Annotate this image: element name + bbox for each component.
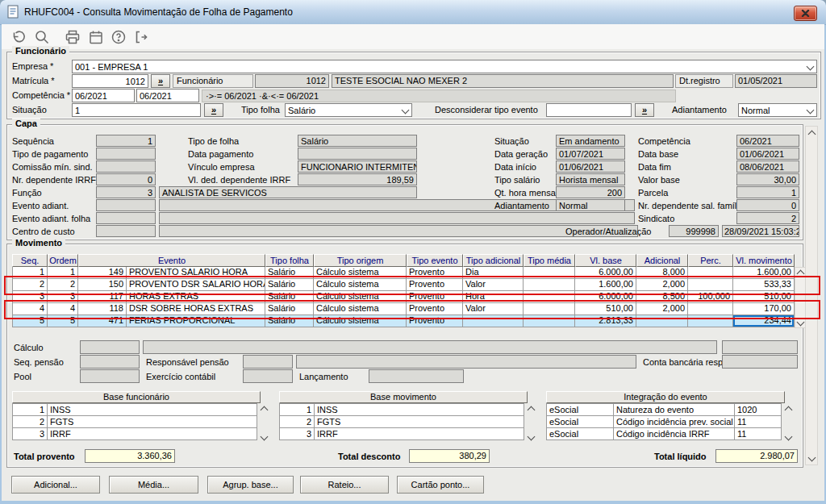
- scroll-down-icon[interactable]: [258, 431, 269, 442]
- list-item[interactable]: 2: [12, 415, 48, 428]
- cell-vl-base: 2.813,33: [575, 315, 636, 327]
- cell-perc: 100,000: [688, 291, 733, 303]
- responsavel-pensao-desc-field: [296, 355, 636, 369]
- cell-tipo-adicional: Hora: [463, 291, 524, 303]
- cell-tipo-origem: Cálculo sistema: [314, 303, 407, 315]
- scroll-down-icon[interactable]: [525, 431, 536, 442]
- qt-hora-field: 200: [556, 186, 625, 198]
- rateio-button[interactable]: Rateio...: [300, 476, 389, 494]
- data-pagamento-field: [298, 148, 417, 160]
- main-scrollbar[interactable]: [805, 126, 818, 465]
- search-button[interactable]: [32, 27, 52, 47]
- table-row[interactable]: 4 4 118 DSR SOBRE HORAS EXTRAS Salário C…: [12, 303, 795, 315]
- funcao-desc-field: ANALISTA DE SERVICOS: [159, 186, 417, 198]
- list-item[interactable]: 1: [279, 403, 315, 416]
- scroll-up-icon[interactable]: [525, 404, 536, 415]
- column-header-tipo-folha[interactable]: Tipo folha: [265, 254, 314, 267]
- cell-ordem: 4: [48, 303, 78, 315]
- list-item[interactable]: INSS: [315, 403, 524, 416]
- matricula-lookup-button[interactable]: »: [151, 74, 170, 88]
- movimento-group-title: Movimento: [12, 238, 65, 248]
- agrup-base-button[interactable]: Agrup. base...: [207, 476, 294, 494]
- base-movimento-scrollbar[interactable]: [525, 404, 536, 442]
- comissao-field: [96, 160, 156, 173]
- cell-perc: [688, 303, 733, 315]
- adicional-button[interactable]: Adicional...: [11, 476, 100, 494]
- list-item[interactable]: eSocial: [546, 427, 614, 440]
- conta-bancaria-label: Conta bancária resp.: [643, 356, 725, 368]
- table-row[interactable]: 1 1 149 PROVENTO SALARIO HORA Salário Cá…: [12, 267, 795, 279]
- scroll-up-icon[interactable]: [258, 404, 269, 415]
- exit-button[interactable]: [131, 27, 150, 47]
- column-header-tipo-evento[interactable]: Tipo evento: [407, 254, 463, 267]
- column-header-perc[interactable]: Perc.: [688, 254, 733, 267]
- calendar-button[interactable]: [86, 27, 106, 47]
- scroll-up-icon[interactable]: [782, 404, 794, 415]
- table-row-selected[interactable]: 5 5 471 FERIAS PROPORCIONAL Salário Cálc…: [12, 315, 795, 327]
- list-item[interactable]: 3: [12, 427, 48, 440]
- list-item[interactable]: Código incidência IRRF: [614, 427, 735, 440]
- competencia-to-input[interactable]: [136, 89, 199, 102]
- table-row[interactable]: 2 2 150 PROVENTO DSR SALARIO HORA Salári…: [12, 279, 795, 291]
- close-button[interactable]: [794, 6, 817, 21]
- list-item[interactable]: INSS: [48, 403, 257, 416]
- cell-codigo: 149: [78, 267, 127, 279]
- scroll-down-icon[interactable]: [806, 452, 817, 463]
- operador-field: 999998: [669, 225, 719, 237]
- table-row[interactable]: 3 3 117 HORAS EXTRAS Salário Cálculo sis…: [12, 291, 795, 303]
- list-item[interactable]: IRRF: [48, 427, 257, 440]
- list-item[interactable]: FGTS: [315, 415, 524, 428]
- cell-tipo-media: [524, 267, 575, 279]
- total-provento-label: Total provento: [14, 451, 75, 462]
- column-header-ordem[interactable]: Ordem: [48, 254, 78, 267]
- list-item[interactable]: eSocial: [546, 415, 614, 428]
- column-header-tipo-adicional[interactable]: Tipo adicional: [463, 254, 524, 267]
- cell-tipo-evento: Provento: [407, 303, 463, 315]
- list-item[interactable]: 11: [735, 415, 782, 428]
- list-item[interactable]: eSocial: [546, 403, 614, 416]
- column-header-evento[interactable]: Evento: [78, 254, 265, 267]
- conta-bancaria-field: [722, 355, 798, 369]
- competencia-from-input[interactable]: [72, 89, 135, 102]
- cell-evento: DSR SOBRE HORAS EXTRAS: [127, 303, 265, 315]
- list-item[interactable]: Código incidência prev. social: [614, 415, 735, 428]
- sindicato-label: Sindicato: [638, 213, 674, 224]
- tipo-folha-select[interactable]: Salário: [285, 103, 412, 117]
- print-button[interactable]: [63, 27, 82, 47]
- list-item[interactable]: FGTS: [48, 415, 257, 428]
- situacao-input[interactable]: [72, 103, 201, 117]
- title-bar: RHUFC004 - Consulta Movimentação de Folh…: [0, 0, 826, 25]
- matricula-input[interactable]: [72, 74, 148, 88]
- integracao-scrollbar[interactable]: [782, 404, 794, 442]
- list-item[interactable]: 1: [12, 403, 48, 416]
- base-funcionario-scrollbar[interactable]: [258, 404, 269, 442]
- situacao-lookup-button[interactable]: »: [204, 103, 223, 117]
- list-item[interactable]: Natureza do evento: [614, 403, 735, 416]
- list-item[interactable]: 1020: [735, 403, 782, 416]
- column-header-vl-base[interactable]: Vl. base: [575, 254, 636, 267]
- column-header-tipo-media[interactable]: Tipo média: [524, 254, 575, 267]
- help-button[interactable]: [109, 27, 128, 47]
- list-item[interactable]: 11: [735, 427, 782, 440]
- list-item[interactable]: 2: [279, 415, 315, 428]
- list-item[interactable]: 3: [279, 427, 315, 440]
- toolbar: [2, 24, 824, 50]
- column-header-adicional[interactable]: Adicional: [636, 254, 688, 267]
- undo-button[interactable]: [8, 27, 27, 47]
- adiantamento-select[interactable]: Normal: [738, 103, 817, 117]
- matricula-label: Matrícula *: [12, 75, 55, 86]
- competencia-label: Competência *: [12, 90, 70, 101]
- empresa-select[interactable]: 001 - EMPRESA 1: [72, 60, 817, 73]
- scroll-up-icon[interactable]: [806, 128, 817, 140]
- desconsiderar-input[interactable]: [546, 103, 632, 117]
- column-header-vl-movimento[interactable]: Vl. movimento: [733, 254, 795, 267]
- cell-tipo-media: [524, 315, 575, 327]
- cartao-ponto-button[interactable]: Cartão ponto...: [397, 476, 484, 494]
- cell-vl-movimento-focused[interactable]: 234,44: [733, 315, 795, 327]
- scroll-down-icon[interactable]: [782, 431, 794, 442]
- column-header-tipo-origem[interactable]: Tipo origem: [314, 254, 407, 267]
- media-button[interactable]: Média...: [109, 476, 198, 494]
- list-item[interactable]: IRRF: [315, 427, 524, 440]
- column-header-seq[interactable]: Seq.: [12, 254, 48, 267]
- desconsiderar-lookup-button[interactable]: »: [635, 103, 654, 117]
